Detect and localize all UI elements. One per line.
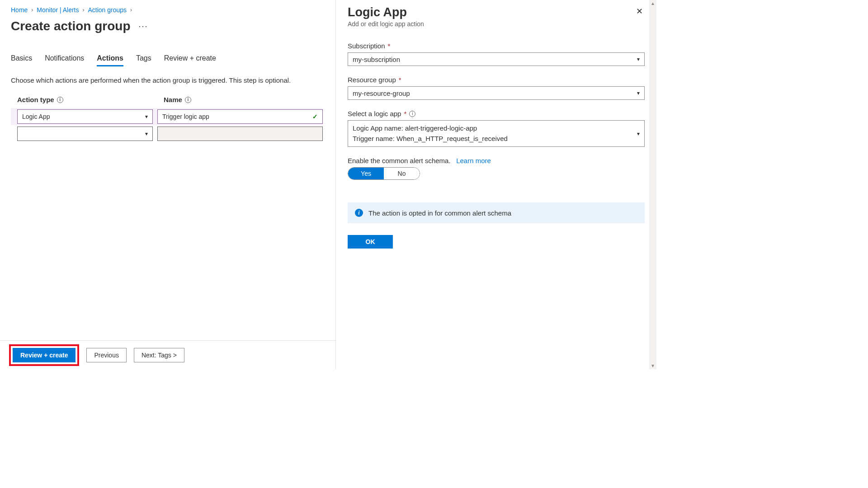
col-header-action-type: Action type xyxy=(17,96,54,103)
chevron-right-icon: › xyxy=(82,7,84,13)
next-button[interactable]: Next: Tags > xyxy=(134,348,184,362)
actions-table: Action type i Name i Logic App ▾ Trigger… xyxy=(11,96,323,142)
page-title: Create action group xyxy=(11,19,130,33)
subscription-value: my-subscription xyxy=(353,56,400,63)
action-type-select-empty[interactable]: ▾ xyxy=(17,127,153,141)
resource-group-label: Resource group xyxy=(348,76,396,84)
tab-tags[interactable]: Tags xyxy=(136,54,151,66)
learn-more-link[interactable]: Learn more xyxy=(456,157,491,164)
scroll-down-arrow-icon[interactable]: ▼ xyxy=(651,362,655,369)
chevron-right-icon: › xyxy=(31,7,33,13)
table-row: Logic App ▾ Trigger logic app ✓ xyxy=(11,108,323,125)
breadcrumb-home[interactable]: Home xyxy=(11,6,28,14)
chevron-down-icon: ▾ xyxy=(145,113,148,120)
previous-button[interactable]: Previous xyxy=(86,348,126,362)
check-icon: ✓ xyxy=(312,113,318,120)
tab-basics[interactable]: Basics xyxy=(11,54,32,66)
toggle-no[interactable]: No xyxy=(384,168,420,179)
action-type-value: Logic App xyxy=(22,113,50,120)
required-star: * xyxy=(399,76,401,84)
info-icon[interactable]: i xyxy=(57,97,63,103)
required-star: * xyxy=(388,42,391,50)
scrollbar[interactable]: ▲ ▼ xyxy=(649,0,656,369)
review-create-button[interactable]: Review + create xyxy=(13,348,75,362)
logic-app-panel: Logic App Add or edit logic app action ✕… xyxy=(335,0,656,369)
info-banner: i The action is opted in for common aler… xyxy=(348,202,645,223)
resource-group-select[interactable]: my-resource-group ▾ xyxy=(348,86,645,100)
chevron-down-icon: ▾ xyxy=(145,131,148,137)
logic-app-name-line: Logic App name: alert-triggered-logic-ap… xyxy=(353,123,508,134)
action-name-value: Trigger logic app xyxy=(162,113,209,120)
close-icon[interactable]: ✕ xyxy=(634,5,645,17)
required-star: * xyxy=(404,110,406,117)
ok-button[interactable]: OK xyxy=(348,235,393,249)
tab-actions[interactable]: Actions xyxy=(97,54,123,66)
review-create-highlight: Review + create xyxy=(9,344,79,366)
schema-label: Enable the common alert schema. xyxy=(348,157,451,164)
info-icon: i xyxy=(355,209,363,217)
breadcrumb-action-groups[interactable]: Action groups xyxy=(88,6,127,14)
toggle-yes[interactable]: Yes xyxy=(348,168,384,179)
tab-notifications[interactable]: Notifications xyxy=(45,54,84,66)
info-icon[interactable]: i xyxy=(185,97,191,103)
tab-review-create[interactable]: Review + create xyxy=(164,54,216,66)
action-name-input-empty[interactable] xyxy=(157,127,323,141)
action-type-select[interactable]: Logic App ▾ xyxy=(17,109,153,124)
chevron-down-icon: ▾ xyxy=(637,56,640,62)
banner-text: The action is opted in for common alert … xyxy=(368,209,511,217)
action-name-input[interactable]: Trigger logic app ✓ xyxy=(157,109,323,124)
panel-title: Logic App xyxy=(348,5,424,19)
col-header-name: Name xyxy=(164,96,182,103)
chevron-down-icon: ▾ xyxy=(637,131,640,137)
logic-app-select[interactable]: Logic App name: alert-triggered-logic-ap… xyxy=(348,120,645,147)
table-row: ▾ xyxy=(11,125,323,142)
breadcrumb-monitor-alerts[interactable]: Monitor | Alerts xyxy=(37,6,79,14)
logic-app-trigger-line: Trigger name: When_a_HTTP_request_is_rec… xyxy=(353,134,508,144)
panel-subtitle: Add or edit logic app action xyxy=(348,20,424,28)
schema-toggle[interactable]: Yes No xyxy=(348,167,420,180)
more-menu-button[interactable]: ··· xyxy=(138,22,148,31)
chevron-down-icon: ▾ xyxy=(637,90,640,96)
subscription-label: Subscription xyxy=(348,42,385,50)
logic-app-label: Select a logic app xyxy=(348,110,401,117)
chevron-right-icon: › xyxy=(130,7,132,13)
subscription-select[interactable]: my-subscription ▾ xyxy=(348,52,645,66)
resource-group-value: my-resource-group xyxy=(353,89,410,97)
info-icon[interactable]: i xyxy=(409,111,415,117)
scroll-up-arrow-icon[interactable]: ▲ xyxy=(651,0,655,7)
